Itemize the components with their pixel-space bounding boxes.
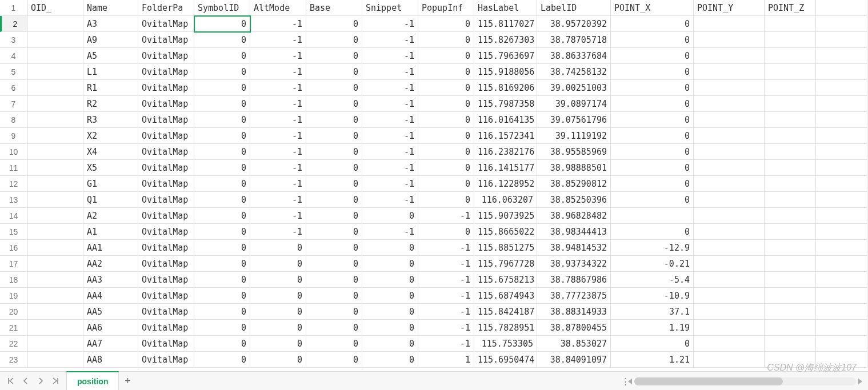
cell[interactable]: 0 bbox=[250, 240, 306, 256]
cell[interactable]: 0 bbox=[362, 208, 418, 224]
cell[interactable]: X2 bbox=[83, 128, 138, 144]
cell[interactable]: OvitalMap bbox=[138, 352, 194, 368]
cell[interactable]: -1 bbox=[250, 144, 306, 160]
cell[interactable]: -1 bbox=[362, 176, 418, 192]
cell[interactable] bbox=[765, 192, 816, 208]
column-header[interactable]: Name bbox=[83, 0, 138, 16]
cell[interactable]: 0 bbox=[306, 288, 362, 304]
cell[interactable]: 0 bbox=[194, 208, 250, 224]
cell[interactable]: 115.9188056 bbox=[474, 64, 537, 80]
cell[interactable] bbox=[694, 128, 765, 144]
cell[interactable]: OvitalMap bbox=[138, 304, 194, 320]
cell[interactable]: 0 bbox=[362, 304, 418, 320]
cell[interactable]: 115.7967728 bbox=[474, 256, 537, 272]
cell[interactable] bbox=[765, 304, 816, 320]
cell[interactable]: 0 bbox=[250, 320, 306, 336]
cell[interactable]: -1 bbox=[250, 80, 306, 96]
cell[interactable]: 0 bbox=[306, 16, 362, 32]
column-header[interactable]: Base bbox=[306, 0, 362, 16]
cell[interactable]: -1 bbox=[418, 208, 474, 224]
empty-cell[interactable] bbox=[816, 128, 867, 144]
cell[interactable]: -1 bbox=[250, 176, 306, 192]
cell[interactable]: 38.85290812 bbox=[537, 176, 611, 192]
cell[interactable]: -5.4 bbox=[611, 272, 694, 288]
cell[interactable]: -10.9 bbox=[611, 288, 694, 304]
cell[interactable]: 115.8851275 bbox=[474, 240, 537, 256]
cell[interactable]: 0 bbox=[306, 256, 362, 272]
row-header[interactable]: 10 bbox=[0, 144, 27, 160]
row-header[interactable]: 6 bbox=[0, 80, 27, 96]
cell[interactable] bbox=[27, 272, 83, 288]
cell[interactable]: -1 bbox=[362, 32, 418, 48]
cell[interactable] bbox=[765, 32, 816, 48]
sheet-tab-position[interactable]: position bbox=[66, 371, 119, 390]
cell[interactable] bbox=[765, 16, 816, 32]
cell[interactable] bbox=[694, 240, 765, 256]
cell[interactable] bbox=[765, 320, 816, 336]
cell[interactable]: 115.7828951 bbox=[474, 320, 537, 336]
cell[interactable]: 39.07561796 bbox=[537, 112, 611, 128]
cell[interactable]: OvitalMap bbox=[138, 272, 194, 288]
cell[interactable]: 0 bbox=[362, 272, 418, 288]
cell[interactable]: 116.1415177 bbox=[474, 160, 537, 176]
cell[interactable]: 0 bbox=[194, 96, 250, 112]
cell[interactable]: L1 bbox=[83, 64, 138, 80]
cell[interactable]: 0 bbox=[611, 176, 694, 192]
cell[interactable]: 0 bbox=[611, 16, 694, 32]
cell[interactable]: OvitalMap bbox=[138, 320, 194, 336]
cell[interactable] bbox=[27, 320, 83, 336]
cell[interactable]: -1 bbox=[250, 128, 306, 144]
cell[interactable]: G1 bbox=[83, 176, 138, 192]
cell[interactable]: OvitalMap bbox=[138, 224, 194, 240]
cell[interactable] bbox=[765, 256, 816, 272]
cell[interactable]: 0 bbox=[362, 336, 418, 352]
column-header[interactable]: HasLabel bbox=[474, 0, 537, 16]
cell[interactable]: 116.1228952 bbox=[474, 176, 537, 192]
empty-cell[interactable] bbox=[816, 208, 867, 224]
cell[interactable] bbox=[694, 112, 765, 128]
cell[interactable]: 0 bbox=[611, 112, 694, 128]
cell[interactable]: 0 bbox=[611, 160, 694, 176]
cell[interactable]: -1 bbox=[250, 192, 306, 208]
cell[interactable] bbox=[765, 176, 816, 192]
cell[interactable]: 0 bbox=[194, 160, 250, 176]
cell[interactable]: -1 bbox=[250, 112, 306, 128]
cell[interactable]: AA4 bbox=[83, 288, 138, 304]
cell[interactable] bbox=[765, 160, 816, 176]
row-header[interactable]: 15 bbox=[0, 224, 27, 240]
cell[interactable]: 38.84091097 bbox=[537, 352, 611, 368]
column-header[interactable]: POINT_Y bbox=[694, 0, 765, 16]
cell[interactable]: 0 bbox=[306, 160, 362, 176]
cell[interactable] bbox=[611, 208, 694, 224]
cell[interactable]: -1 bbox=[250, 48, 306, 64]
cell[interactable]: 115.7963697 bbox=[474, 48, 537, 64]
cell[interactable]: A1 bbox=[83, 224, 138, 240]
cell[interactable]: 0 bbox=[306, 176, 362, 192]
row-header[interactable]: 3 bbox=[0, 32, 27, 48]
cell[interactable]: AA6 bbox=[83, 320, 138, 336]
cell[interactable]: 1.21 bbox=[611, 352, 694, 368]
cell[interactable]: OvitalMap bbox=[138, 32, 194, 48]
cell[interactable]: -0.21 bbox=[611, 256, 694, 272]
cell[interactable] bbox=[694, 304, 765, 320]
cell[interactable] bbox=[27, 32, 83, 48]
cell[interactable] bbox=[765, 64, 816, 80]
cell[interactable]: 0 bbox=[611, 32, 694, 48]
cell[interactable] bbox=[27, 64, 83, 80]
cell[interactable]: OvitalMap bbox=[138, 288, 194, 304]
cell[interactable] bbox=[27, 352, 83, 368]
cell[interactable]: AA1 bbox=[83, 240, 138, 256]
cell[interactable]: -1 bbox=[250, 96, 306, 112]
cell[interactable]: X5 bbox=[83, 160, 138, 176]
cell[interactable]: 38.95585969 bbox=[537, 144, 611, 160]
empty-cell[interactable] bbox=[816, 320, 867, 336]
cell[interactable]: 0 bbox=[418, 192, 474, 208]
cell[interactable]: 0 bbox=[306, 272, 362, 288]
cell[interactable]: -1 bbox=[362, 224, 418, 240]
cell[interactable] bbox=[765, 352, 816, 368]
empty-cell[interactable] bbox=[816, 144, 867, 160]
cell[interactable]: 115.6950474 bbox=[474, 352, 537, 368]
cell[interactable]: OvitalMap bbox=[138, 144, 194, 160]
cell[interactable]: R2 bbox=[83, 96, 138, 112]
empty-cell[interactable] bbox=[816, 352, 867, 368]
